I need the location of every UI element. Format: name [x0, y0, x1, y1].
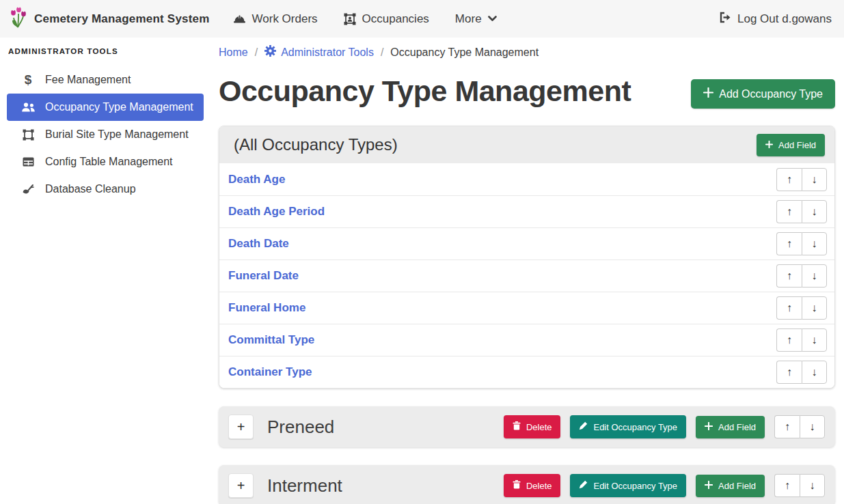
- expand-button[interactable]: +: [228, 415, 254, 439]
- field-link[interactable]: Death Age: [228, 173, 285, 186]
- move-up-button[interactable]: ↑: [776, 264, 802, 288]
- sign-out-icon: [719, 12, 731, 27]
- all-occupancy-types-card: (All Occupancy Types) Add Field Death Ag…: [219, 126, 835, 389]
- nav-work-orders-label: Work Orders: [252, 12, 318, 26]
- add-field-label: Add Field: [718, 481, 756, 491]
- nav-occupancies[interactable]: Occupancies: [344, 12, 429, 26]
- dollar-icon: $: [21, 72, 36, 87]
- sidebar-item-fee-management[interactable]: $ Fee Management: [7, 66, 204, 94]
- move-up-button[interactable]: ↑: [776, 168, 802, 191]
- reorder-controls: ↑ ↓: [776, 264, 827, 288]
- nav-links: Work Orders Occupancies More: [233, 12, 497, 26]
- table-icon: [21, 157, 36, 167]
- move-up-button[interactable]: ↑: [776, 328, 802, 352]
- sidebar-item-config-table-management[interactable]: Config Table Management: [7, 148, 204, 176]
- section-title: Interment: [267, 475, 342, 496]
- add-field-label: Add Field: [778, 140, 816, 150]
- breadcrumb-separator: /: [255, 46, 258, 59]
- move-up-button[interactable]: ↑: [776, 361, 802, 384]
- logout-button[interactable]: Log Out d.gowans: [719, 12, 832, 27]
- sidebar: ADMINISTRATOR TOOLS $ Fee Management Occ…: [0, 38, 212, 504]
- reorder-controls: ↑ ↓: [776, 168, 827, 191]
- move-down-button[interactable]: ↓: [802, 328, 827, 352]
- nav-occupancies-label: Occupancies: [362, 12, 429, 26]
- nav-more[interactable]: More: [455, 12, 497, 26]
- trash-icon: [513, 480, 521, 491]
- field-link[interactable]: Funeral Date: [228, 269, 299, 283]
- sidebar-item-label: Database Cleanup: [45, 183, 136, 195]
- expand-button[interactable]: +: [228, 473, 254, 498]
- breadcrumb-admin-tools-link[interactable]: Administrator Tools: [264, 45, 374, 59]
- reorder-controls: ↑ ↓: [776, 200, 827, 223]
- move-down-button[interactable]: ↓: [802, 361, 827, 384]
- all-types-card-title: (All Occupancy Types): [234, 135, 398, 154]
- breadcrumb-current: Occupancy Type Management: [390, 46, 539, 59]
- delete-button[interactable]: Delete: [504, 415, 561, 438]
- plus-icon: [765, 140, 773, 150]
- section-actions: Delete Edit Occupancy Type: [504, 415, 825, 438]
- sidebar-item-database-cleanup[interactable]: Database Cleanup: [7, 176, 204, 203]
- field-link[interactable]: Death Age Period: [228, 205, 325, 219]
- move-up-button[interactable]: ↑: [776, 232, 802, 255]
- nav-work-orders[interactable]: Work Orders: [233, 12, 318, 26]
- move-down-button[interactable]: ↓: [802, 296, 827, 320]
- plus-icon: [703, 87, 713, 100]
- pencil-icon: [579, 480, 588, 491]
- add-field-button[interactable]: Add Field: [696, 416, 765, 438]
- gear-icon: [264, 45, 276, 59]
- main-content: Home / Administrator Tool: [212, 38, 844, 504]
- reorder-controls: ↑ ↓: [776, 232, 827, 255]
- breadcrumb-admin-tools-label: Administrator Tools: [281, 46, 374, 59]
- move-up-button[interactable]: ↑: [776, 200, 802, 223]
- app-brand[interactable]: Cemetery Management System: [10, 7, 210, 31]
- sidebar-item-label: Occupancy Type Management: [45, 101, 193, 113]
- add-occupancy-type-button[interactable]: Add Occupancy Type: [691, 79, 835, 109]
- broom-icon: [21, 184, 36, 195]
- move-up-button[interactable]: ↑: [774, 415, 800, 438]
- delete-button[interactable]: Delete: [504, 474, 561, 497]
- sidebar-heading: ADMINISTRATOR TOOLS: [0, 44, 212, 58]
- breadcrumb-home-link[interactable]: Home: [219, 46, 248, 59]
- reorder-controls: ↑ ↓: [774, 415, 825, 438]
- nav-more-label: More: [455, 12, 482, 26]
- add-field-button[interactable]: Add Field: [757, 134, 825, 156]
- field-row: Death Age ↑ ↓: [219, 163, 834, 195]
- field-link[interactable]: Death Date: [228, 237, 289, 251]
- edit-occupancy-type-label: Edit Occupancy Type: [593, 422, 677, 432]
- vector-square-icon: [21, 129, 36, 141]
- move-down-button[interactable]: ↓: [800, 474, 825, 497]
- field-row: Death Date ↑ ↓: [219, 227, 834, 260]
- field-link[interactable]: Container Type: [228, 365, 312, 379]
- move-down-button[interactable]: ↓: [802, 264, 827, 288]
- section-actions: Delete Edit Occupancy Type: [504, 474, 825, 497]
- edit-occupancy-type-button[interactable]: Edit Occupancy Type: [570, 474, 686, 497]
- reorder-controls: ↑ ↓: [774, 474, 825, 497]
- sidebar-item-label: Burial Site Type Management: [45, 128, 189, 141]
- move-up-button[interactable]: ↑: [774, 474, 800, 497]
- field-row: Committal Type ↑ ↓: [219, 324, 834, 356]
- reorder-controls: ↑ ↓: [776, 296, 827, 320]
- sidebar-item-label: Fee Management: [45, 74, 131, 86]
- field-row: Death Age Period ↑ ↓: [219, 195, 834, 227]
- move-down-button[interactable]: ↓: [800, 415, 825, 438]
- edit-occupancy-type-button[interactable]: Edit Occupancy Type: [570, 415, 686, 438]
- move-down-button[interactable]: ↓: [802, 232, 827, 255]
- sidebar-item-occupancy-type-management[interactable]: Occupancy Type Management: [7, 94, 204, 121]
- move-down-button[interactable]: ↓: [802, 200, 827, 223]
- field-link[interactable]: Funeral Home: [228, 301, 305, 315]
- reorder-controls: ↑ ↓: [776, 361, 827, 384]
- hard-hat-icon: [233, 14, 246, 25]
- sidebar-item-burial-site-type-management[interactable]: Burial Site Type Management: [7, 121, 204, 148]
- tulip-logo-icon: [10, 7, 27, 31]
- move-down-button[interactable]: ↓: [802, 168, 827, 191]
- top-navbar: Cemetery Management System Work Orders: [0, 0, 844, 38]
- sidebar-item-label: Config Table Management: [45, 156, 173, 168]
- all-types-card-header: (All Occupancy Types) Add Field: [219, 126, 834, 163]
- field-link[interactable]: Committal Type: [228, 333, 314, 347]
- page-title: Occupancy Type Management: [219, 74, 631, 108]
- move-up-button[interactable]: ↑: [776, 296, 802, 320]
- brand-title: Cemetery Management System: [34, 12, 210, 26]
- add-field-button[interactable]: Add Field: [696, 475, 765, 497]
- section-interment: + Interment Delete: [219, 465, 835, 504]
- plus-icon: [705, 422, 713, 432]
